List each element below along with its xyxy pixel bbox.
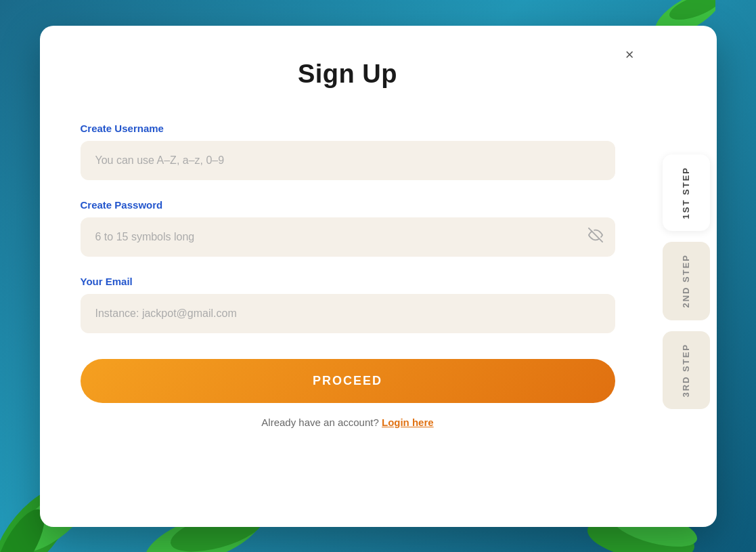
modal-main: × Sign Up Create Username Create Passwor… (40, 26, 656, 527)
steps-sidebar: 1ST STEP 2ND STEP 3RD STEP (656, 26, 717, 527)
password-input-wrapper (81, 217, 615, 257)
email-input-wrapper (81, 294, 615, 333)
password-input[interactable] (81, 217, 615, 257)
step-3-label: 3RD STEP (681, 343, 691, 398)
step-2-item[interactable]: 2ND STEP (663, 242, 710, 320)
toggle-password-icon[interactable] (588, 228, 603, 246)
step-1-label: 1ST STEP (681, 167, 691, 219)
step-3-item[interactable]: 3RD STEP (663, 331, 710, 410)
close-button[interactable]: × (623, 45, 637, 65)
email-field-group: Your Email (81, 276, 615, 333)
modal: × Sign Up Create Username Create Passwor… (40, 26, 717, 527)
username-field-group: Create Username (81, 123, 615, 180)
password-label: Create Password (81, 199, 615, 211)
step-2-label: 2ND STEP (681, 254, 691, 308)
login-prompt: Already have an account? Login here (81, 417, 615, 428)
modal-title: Sign Up (81, 60, 615, 89)
email-input[interactable] (81, 294, 615, 333)
username-input[interactable] (81, 141, 615, 180)
username-input-wrapper (81, 141, 615, 180)
login-prompt-text: Already have an account? (261, 417, 378, 428)
password-field-group: Create Password (81, 199, 615, 257)
email-label: Your Email (81, 276, 615, 287)
username-label: Create Username (81, 123, 615, 134)
modal-wrapper: × Sign Up Create Username Create Passwor… (40, 26, 717, 527)
step-1-item[interactable]: 1ST STEP (663, 154, 710, 231)
login-link[interactable]: Login here (382, 417, 434, 428)
proceed-button[interactable]: PROCEED (81, 359, 615, 403)
